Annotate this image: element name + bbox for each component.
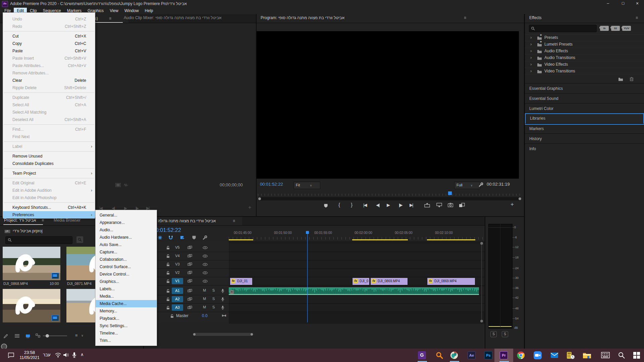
chevron-right-icon[interactable]: › bbox=[530, 55, 532, 60]
slider-knob[interactable] bbox=[46, 334, 49, 338]
delete-custom-item-icon[interactable] bbox=[630, 77, 634, 81]
sync-lock-icon[interactable] bbox=[187, 279, 192, 283]
fit-dropdown[interactable]: Fit∨ bbox=[293, 182, 320, 189]
toggle-track-output-eye-icon[interactable] bbox=[203, 263, 208, 266]
writing-tool-icon[interactable] bbox=[3, 334, 8, 339]
tray-expand-chevron[interactable]: ∧ bbox=[80, 352, 84, 357]
start-button[interactable] bbox=[633, 352, 640, 359]
edit-menu-item-paste[interactable]: PasteCtrl+V bbox=[3, 47, 95, 55]
taskbar-icon-touch-keyboard[interactable] bbox=[601, 352, 610, 359]
wifi-icon[interactable] bbox=[55, 352, 61, 358]
resolution-dropdown[interactable]: Full∨ bbox=[454, 182, 480, 189]
prefs-item-capture[interactable]: Capture... bbox=[96, 248, 157, 256]
track-lock-icon[interactable] bbox=[166, 262, 170, 266]
track-target-v4[interactable]: V4 bbox=[172, 253, 183, 259]
list-view-icon[interactable] bbox=[15, 334, 19, 338]
prefs-item-general[interactable]: General... bbox=[96, 212, 157, 219]
prefs-item-device-control[interactable]: Device Control... bbox=[96, 270, 157, 278]
thumbnail-zoom-slider[interactable] bbox=[43, 336, 67, 336]
toggle-track-output-eye-icon[interactable] bbox=[203, 254, 208, 258]
chevron-right-icon[interactable]: › bbox=[530, 48, 532, 53]
timeline-clip-dji_0869.mp4[interactable]: fxDJI_0869.MP4 bbox=[370, 278, 408, 285]
edit-menu-item-clear[interactable]: ClearDelete bbox=[3, 77, 95, 84]
solo-left-button[interactable]: S bbox=[490, 331, 497, 337]
timeline-clip-dji_0[interactable]: fxDJI_0 bbox=[352, 278, 370, 285]
edit-menu-item-redo[interactable]: RedoCtrl+Shift+Z bbox=[3, 23, 95, 30]
timeline-marker-icon[interactable] bbox=[192, 236, 196, 240]
panel-tab-lumetri-color[interactable]: Lumetri Color bbox=[525, 103, 644, 114]
toggle-track-output-eye-icon[interactable] bbox=[203, 280, 208, 283]
tab-effects[interactable]: Effects bbox=[529, 15, 541, 20]
panel-tab-history[interactable]: History bbox=[525, 133, 644, 144]
language-indicator[interactable]: עבר bbox=[43, 352, 50, 357]
track-target-a2[interactable]: A2 bbox=[172, 296, 183, 302]
effects-bin-row[interactable]: ›Video Transitions bbox=[525, 68, 644, 75]
prefs-item-appearance[interactable]: Appearance... bbox=[96, 219, 157, 226]
edit-menu-item-select-all[interactable]: Select AllCtrl+A bbox=[3, 101, 95, 109]
scrollbar-handle-bottom[interactable] bbox=[480, 320, 483, 322]
prefs-item-media[interactable]: Media... bbox=[96, 293, 157, 300]
maximize-button[interactable]: ▢ bbox=[615, 0, 631, 7]
prefs-item-media-cache[interactable]: Media Cache... bbox=[96, 300, 157, 307]
taskbar-icon-gaaiho-pdf[interactable]: G bbox=[418, 351, 426, 359]
tab-project[interactable]: Project: אביטל ורד ≡ bbox=[4, 218, 36, 223]
toggle-track-output-eye-icon[interactable] bbox=[203, 246, 208, 249]
edit-menu-item-find[interactable]: Find...Ctrl+F bbox=[3, 126, 95, 133]
panel-tab-libraries[interactable]: Libraries bbox=[525, 113, 644, 125]
edit-menu-item-select-all-matching[interactable]: Select All Matching bbox=[3, 109, 95, 116]
toggle-track-output-eye-icon[interactable] bbox=[203, 271, 208, 275]
timeline-vertical-scrollbar[interactable] bbox=[480, 242, 483, 322]
taskbar-icon-search[interactable] bbox=[618, 352, 625, 359]
menubar-item-help[interactable]: Help bbox=[142, 8, 156, 14]
mute-button[interactable]: M bbox=[203, 288, 206, 292]
chevron-down-icon[interactable]: ∨ bbox=[81, 334, 84, 337]
program-goto-in-icon[interactable]: |◀ bbox=[363, 202, 366, 207]
prefs-item-sync-settings[interactable]: Sync Settings... bbox=[96, 322, 157, 329]
edit-menu-item-ripple-delete[interactable]: Ripple DeleteShift+Delete bbox=[3, 84, 95, 92]
track-lock-icon[interactable] bbox=[166, 254, 170, 258]
track-target-a3[interactable]: A3 bbox=[172, 304, 183, 311]
freeform-view-icon[interactable] bbox=[36, 334, 40, 338]
solo-button[interactable]: S bbox=[212, 288, 215, 292]
insert-overwrite-icon[interactable] bbox=[158, 235, 162, 240]
solo-button[interactable]: S bbox=[212, 305, 215, 309]
track-lock-icon[interactable] bbox=[166, 271, 170, 275]
track-lock-icon[interactable] bbox=[166, 246, 170, 250]
track-target-v2[interactable]: V2 bbox=[172, 269, 183, 276]
prefs-item-memory[interactable]: Memory... bbox=[96, 307, 157, 315]
program-step-forward-icon[interactable]: |▶ bbox=[399, 202, 402, 207]
timeline-audio-clip[interactable]: fx bbox=[229, 287, 479, 295]
timeline-settings-wrench-icon[interactable] bbox=[202, 235, 207, 240]
chevron-right-icon[interactable]: › bbox=[530, 35, 532, 40]
effects-bin-row[interactable]: ›★Presets bbox=[525, 34, 644, 41]
track-lock-icon[interactable] bbox=[166, 289, 170, 293]
prefs-item-playback[interactable]: Playback... bbox=[96, 315, 157, 322]
program-add-button[interactable]: + bbox=[511, 201, 514, 208]
panel-tab-info[interactable]: Info bbox=[525, 143, 644, 154]
effects-32bit-badge[interactable]: 32 bbox=[611, 26, 620, 31]
edit-menu-item-preferences[interactable]: Preferences› bbox=[3, 211, 95, 219]
snap-icon[interactable] bbox=[168, 235, 173, 240]
scrollbar-handle-right[interactable] bbox=[519, 197, 521, 200]
tab-program[interactable]: Program: אביטל וורדי בת מצווה מתנה גדולה… bbox=[261, 15, 344, 20]
taskbar-icon-search-orange[interactable] bbox=[435, 351, 443, 359]
mark-in-icon[interactable]: { bbox=[338, 202, 340, 207]
taskbar-icon-premiere[interactable]: Pr bbox=[500, 351, 508, 359]
sync-lock-icon[interactable] bbox=[187, 254, 192, 258]
sync-lock-icon[interactable] bbox=[187, 262, 192, 266]
edit-menu-item-paste-attributes[interactable]: Paste Attributes...Ctrl+Alt+V bbox=[3, 62, 95, 69]
effects-bin-row[interactable]: ›Audio Effects bbox=[525, 48, 644, 55]
program-ruler[interactable] bbox=[258, 191, 522, 196]
effects-bin-row[interactable]: ›★Lumetri Presets bbox=[525, 41, 644, 48]
sync-lock-icon[interactable] bbox=[187, 271, 192, 275]
microphone-icon[interactable] bbox=[72, 352, 76, 358]
edit-menu-item-remove-attributes[interactable]: Remove Attributes... bbox=[3, 69, 95, 77]
prefs-item-trim[interactable]: Trim... bbox=[96, 337, 157, 344]
program-play-button[interactable]: ▶ bbox=[387, 202, 389, 207]
mute-button[interactable]: M bbox=[203, 305, 206, 309]
volume-icon[interactable] bbox=[63, 352, 69, 358]
chevron-right-icon[interactable]: › bbox=[530, 68, 532, 73]
prefs-item-labels[interactable]: Labels... bbox=[96, 285, 157, 293]
sync-lock-icon[interactable] bbox=[187, 246, 192, 249]
effects-accelerated-effects-badge[interactable]: fx bbox=[600, 26, 609, 31]
